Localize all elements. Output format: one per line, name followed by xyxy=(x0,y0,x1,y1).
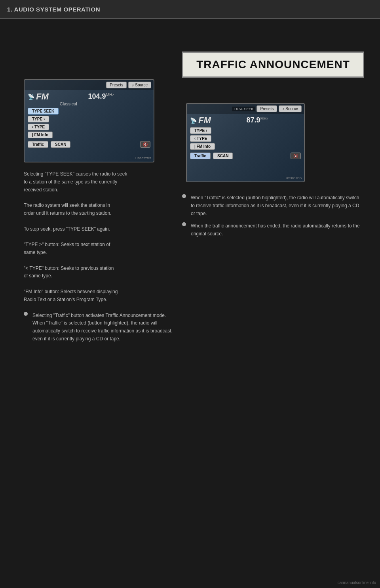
left-watermark: US3027DS xyxy=(135,157,151,160)
right-source-button[interactable]: ♪ Source xyxy=(279,105,302,112)
traffic-announcement-box: TRAFFIC ANNOUNCEMENT xyxy=(182,52,364,78)
left-bullet-dot xyxy=(24,312,28,316)
right-screen-topbar: TRAF SEEK Presets ♪ Source xyxy=(187,104,304,114)
left-presets-button[interactable]: Presets xyxy=(106,82,127,88)
right-bottom-row: Traffic SCAN 🔇 xyxy=(187,151,304,160)
left-traffic-button[interactable]: Traffic xyxy=(28,141,48,148)
right-presets-button[interactable]: Presets xyxy=(256,105,277,112)
right-fm-info-button[interactable]: | FM Info xyxy=(190,143,215,150)
right-antenna-icon: 📡 xyxy=(190,117,197,124)
right-fm-label: FM xyxy=(198,115,211,126)
right-freq-unit: MHz xyxy=(260,116,269,121)
right-traffic-button[interactable]: Traffic xyxy=(190,153,211,159)
left-freq-unit: MHz xyxy=(106,93,114,97)
right-bullet-dot-2 xyxy=(182,222,186,226)
right-bullet-dot-1 xyxy=(182,194,186,198)
left-screen: Presets ♪ Source 📡 FM 104.9MHz Classical… xyxy=(24,79,154,162)
left-scan-button[interactable]: SCAN xyxy=(51,141,70,148)
site-watermark: carmanualsonline.info xyxy=(338,580,376,585)
type-forward-button[interactable]: TYPE › xyxy=(28,116,49,122)
right-mute-button[interactable]: 🔇 xyxy=(291,153,301,159)
header-bar: 1. AUDIO SYSTEM OPERATION xyxy=(0,0,380,19)
left-body-text: Selecting "TYPE SEEK" causes the radio t… xyxy=(24,170,178,346)
left-screen-topbar: Presets ♪ Source xyxy=(25,80,154,90)
right-type-forward-button[interactable]: TYPE › xyxy=(190,127,211,134)
left-freq-number: 104.9 xyxy=(88,92,106,100)
fm-info-button[interactable]: | FM Info xyxy=(28,132,53,138)
right-bullet-text-2: When the traffic announcement has ended,… xyxy=(191,222,364,238)
right-frequency-area: 87.9MHz xyxy=(214,115,301,125)
right-source-icon: ♪ xyxy=(282,107,284,111)
left-mute-button[interactable]: 🔇 xyxy=(140,141,150,148)
right-buttons-area: TYPE › ‹ TYPE | FM Info xyxy=(187,126,304,151)
right-body-text: When "Traffic" is selected (button highl… xyxy=(182,194,364,241)
right-type-back-button[interactable]: ‹ TYPE xyxy=(190,135,211,142)
left-source-button[interactable]: ♪ Source xyxy=(128,82,151,88)
traffic-announcement-title: TRAFFIC ANNOUNCEMENT xyxy=(196,58,350,71)
left-fm-logo-area: 📡 FM xyxy=(28,92,49,102)
antenna-icon: 📡 xyxy=(28,94,34,100)
right-watermark: US3031DS xyxy=(286,176,302,180)
left-bottom-row: Traffic SCAN 🔇 xyxy=(25,140,154,149)
type-back-button[interactable]: ‹ TYPE xyxy=(28,124,49,130)
right-bullet-text-1: When "Traffic" is selected (button highl… xyxy=(191,194,364,218)
right-freq-number: 87.9 xyxy=(247,116,260,124)
traf-seek-label: TRAF SEEK xyxy=(232,107,255,111)
left-buttons-area: TYPE SEEK TYPE › ‹ TYPE | FM Info xyxy=(25,106,154,140)
right-fm-logo-area: 📡 FM xyxy=(190,115,211,126)
left-fm-label: FM xyxy=(36,92,49,102)
header-title: 1. AUDIO SYSTEM OPERATION xyxy=(7,6,100,13)
left-station-name: Classical xyxy=(52,101,150,106)
right-screen: TRAF SEEK Presets ♪ Source 📡 FM 87.9MHz … xyxy=(186,103,305,182)
right-scan-button[interactable]: SCAN xyxy=(213,153,233,159)
source-icon: ♪ xyxy=(132,83,134,87)
type-seek-button[interactable]: TYPE SEEK xyxy=(28,108,59,115)
left-frequency-area: 104.9MHz Classical xyxy=(52,92,150,106)
